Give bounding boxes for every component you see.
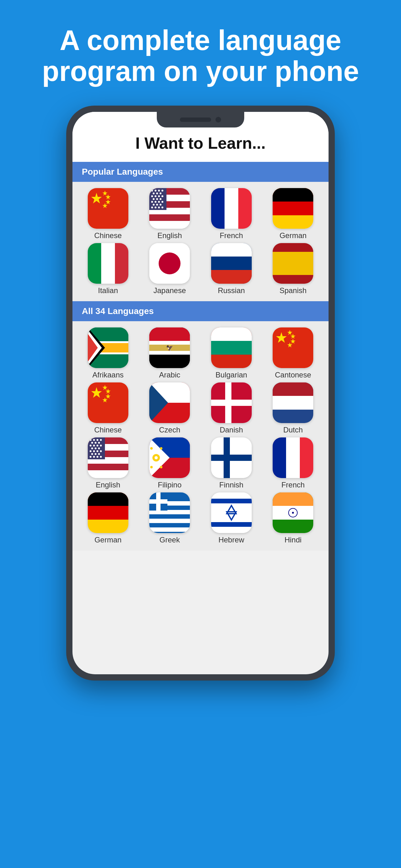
svg-rect-91 [273,382,313,396]
lang-name-arabic: Arabic [159,371,180,379]
lang-item-german[interactable]: German [264,188,323,240]
svg-rect-154 [211,492,252,533]
lang-name-english2: English [96,480,120,489]
lang-item-greek[interactable]: Greek [140,492,199,544]
svg-point-117 [97,450,98,452]
flag-spanish [273,243,313,284]
flag-chinese [88,188,128,229]
svg-point-38 [162,207,163,208]
svg-point-31 [162,201,163,203]
svg-rect-66 [149,354,190,368]
flag-czech [149,382,190,423]
svg-rect-51 [211,243,252,256]
svg-rect-143 [88,492,128,506]
lang-item-bulgarian[interactable]: Bulgarian [202,328,261,379]
flag-greek [149,492,190,533]
svg-point-113 [95,447,97,449]
flag-chinese2 [88,382,128,423]
all-section-label: All 34 Languages [82,306,154,316]
lang-name-german: German [279,231,307,240]
flag-finnish [211,437,252,478]
svg-point-112 [91,447,93,449]
svg-rect-71 [211,341,252,354]
flag-filipino [149,437,190,478]
lang-item-french[interactable]: French [202,188,261,240]
lang-item-spanish[interactable]: Spanish [264,243,323,295]
flag-german [273,188,313,229]
svg-point-121 [98,453,100,455]
lang-name-bulgarian: Bulgarian [215,371,247,379]
lang-item-hindi[interactable]: Hindi [264,492,323,544]
svg-rect-148 [149,519,190,523]
flag-french2 [273,437,313,478]
lang-item-english2[interactable]: English [79,437,137,489]
lang-name-danish: Danish [220,426,243,434]
flag-dutch [273,382,313,423]
flag-english [149,188,190,229]
svg-point-24 [162,195,163,197]
flag-hindi [273,492,313,533]
svg-point-109 [93,445,95,446]
popular-languages-grid: Chinese [72,182,329,301]
svg-rect-12 [149,221,190,229]
svg-rect-54 [273,252,313,275]
svg-point-25 [153,198,155,200]
phone-notch [157,112,244,127]
lang-item-russian[interactable]: Russian [202,243,261,295]
svg-rect-72 [273,328,313,368]
screen-title: I Want to Learn... [85,134,316,153]
lang-item-finnish[interactable]: Finnish [202,437,261,489]
svg-rect-160 [273,492,313,506]
lang-item-french2[interactable]: French [264,437,323,489]
svg-point-101 [90,439,92,441]
lang-item-arabic[interactable]: 🦅 Arabic [140,328,199,379]
hero-title: A complete language program on your phon… [0,0,401,105]
svg-point-36 [155,207,157,208]
svg-point-122 [90,456,92,458]
flag-afrikaans [88,328,128,368]
svg-point-103 [97,439,98,441]
svg-point-134 [160,466,162,468]
svg-point-14 [151,190,153,191]
svg-point-105 [91,442,93,444]
lang-item-danish[interactable]: Danish [202,382,261,434]
svg-point-106 [95,442,97,444]
lang-name-russian: Russian [218,286,245,295]
lang-item-english[interactable]: English [140,188,199,240]
lang-name-filipino: Filipino [158,480,181,489]
lang-item-cantonese[interactable]: Cantonese [264,328,323,379]
lang-name-finnish: Finnish [219,480,243,489]
popular-section-header: Popular Languages [72,162,329,182]
lang-item-filipino[interactable]: Filipino [140,437,199,489]
lang-item-german2[interactable]: German [79,492,137,544]
svg-point-30 [158,201,160,203]
lang-name-english: English [157,231,182,240]
flag-japanese [149,243,190,284]
svg-rect-64 [149,328,190,341]
lang-item-afrikaans[interactable]: Afrikaans [79,328,137,379]
svg-point-102 [93,439,95,441]
lang-item-chinese2[interactable]: Chinese [79,382,137,434]
svg-rect-70 [211,328,252,341]
flag-russian [211,243,252,284]
lang-name-chinese: Chinese [94,231,122,240]
svg-point-133 [150,466,153,468]
svg-rect-0 [88,188,128,229]
lang-item-italian[interactable]: Italian [79,243,137,295]
lang-item-japanese[interactable]: Japanese [140,243,199,295]
lang-item-dutch[interactable]: Dutch [264,382,323,434]
svg-point-123 [93,456,95,458]
lang-item-hebrew[interactable]: Hebrew [202,492,261,544]
lang-name-spanish: Spanish [279,286,307,295]
svg-rect-156 [211,522,252,527]
svg-point-26 [156,198,158,200]
lang-name-dutch: Dutch [283,426,303,434]
svg-rect-41 [211,188,225,229]
lang-item-czech[interactable]: Czech [140,382,199,434]
svg-point-110 [97,445,98,446]
svg-point-114 [98,447,100,449]
lang-name-french2: French [281,480,305,489]
lang-item-chinese[interactable]: Chinese [79,188,137,240]
svg-rect-44 [273,188,313,202]
svg-rect-89 [211,400,252,406]
